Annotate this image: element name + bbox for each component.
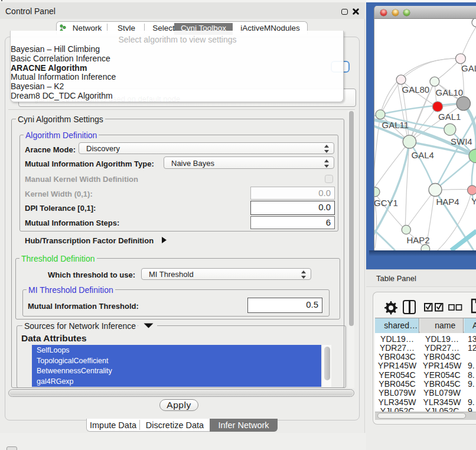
svg-text:HAP2: HAP2 [407, 235, 430, 245]
svg-text:GCY1: GCY1 [374, 198, 398, 208]
svg-text:YP: YP [471, 196, 476, 206]
svg-text:GAL10: GAL10 [436, 87, 464, 97]
svg-text:HAP4: HAP4 [436, 197, 459, 207]
svg-text:GAL1: GAL1 [438, 112, 461, 122]
svg-text:SWI4: SWI4 [451, 136, 472, 146]
svg-text:GAL4: GAL4 [412, 150, 434, 160]
svg-text:GAL7: GAL7 [461, 63, 476, 73]
svg-text:GAL11: GAL11 [382, 120, 409, 130]
svg-text:GAL80: GAL80 [402, 84, 430, 94]
